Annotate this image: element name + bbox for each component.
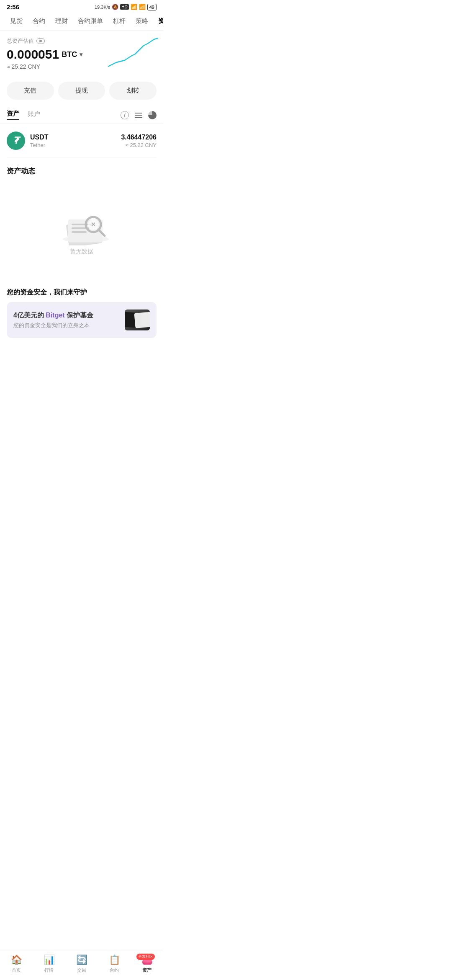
asset-header: 总资产估值 0.000051 BTC ▾ ≈ 25.22 CNY bbox=[0, 31, 163, 77]
withdraw-button[interactable]: 提现 bbox=[58, 82, 105, 100]
fund-card-image bbox=[125, 309, 150, 330]
nav-tab-copy[interactable]: 合约跟单 bbox=[73, 15, 108, 27]
btc-unit: BTC bbox=[62, 50, 77, 59]
status-bar: 2:56 19.3K/s 🔕 HD 📶 📶 49 bbox=[0, 0, 163, 12]
fund-brand: Bitget bbox=[46, 312, 64, 319]
nav-tabs: 见货 合约 理财 合约跟单 杠杆 策略 资金 bbox=[0, 12, 163, 31]
chart-area bbox=[108, 37, 158, 71]
usdt-logo: ₮ bbox=[7, 132, 25, 150]
battery-icon: 49 bbox=[147, 4, 157, 10]
info-icon[interactable]: i bbox=[121, 111, 129, 119]
usdt-value: 3.46447206 ≈ 25.22 CNY bbox=[121, 134, 157, 148]
hd-badge: HD bbox=[120, 4, 128, 10]
eye-icon[interactable] bbox=[36, 38, 45, 44]
svg-text:✕: ✕ bbox=[91, 221, 96, 228]
tab-assets[interactable]: 资产 bbox=[7, 110, 19, 120]
nav-tab-fund[interactable]: 资金 bbox=[153, 15, 163, 27]
list-view-icon[interactable] bbox=[135, 113, 142, 118]
mute-icon: 🔕 bbox=[112, 4, 118, 10]
empty-state: ✕ 暂无数据 bbox=[7, 183, 157, 276]
usdt-fullname: Tether bbox=[30, 142, 121, 148]
network-speed: 19.3K/s bbox=[95, 5, 110, 10]
caret-down-icon[interactable]: ▾ bbox=[80, 51, 82, 58]
action-buttons: 充值 提现 划转 bbox=[0, 77, 163, 106]
usdt-cny: ≈ 25.22 CNY bbox=[121, 142, 157, 148]
security-title: 您的资金安全，我们来守护 bbox=[7, 288, 157, 297]
wifi-icon: 📶 bbox=[139, 4, 146, 10]
fund-subtitle: 您的资金安全是我们的立身之本 bbox=[13, 322, 93, 329]
empty-text: 暂无数据 bbox=[70, 248, 93, 255]
nav-tab-strategy[interactable]: 策略 bbox=[131, 15, 153, 27]
usdt-amount: 3.46447206 bbox=[121, 134, 157, 141]
status-time: 2:56 bbox=[7, 3, 19, 10]
nav-tab-futures[interactable]: 合约 bbox=[28, 15, 50, 27]
security-card-text: 4亿美元的 Bitget 保护基金 您的资金安全是我们的立身之本 bbox=[13, 311, 93, 329]
fund-amount: 4亿美元的 bbox=[13, 312, 46, 319]
nav-tab-spot[interactable]: 见货 bbox=[5, 15, 28, 27]
fund-title: 4亿美元的 Bitget 保护基金 bbox=[13, 311, 93, 320]
empty-illustration: ✕ bbox=[56, 199, 107, 241]
dynamics-title: 资产动态 bbox=[7, 166, 157, 176]
signal-icon: 📶 bbox=[131, 4, 137, 10]
btc-value: 0.000051 bbox=[7, 47, 59, 62]
svg-rect-5 bbox=[72, 231, 87, 233]
tab-account[interactable]: 账户 bbox=[28, 110, 40, 120]
transfer-button[interactable]: 划转 bbox=[109, 82, 157, 100]
asset-list: ₮ USDT Tether 3.46447206 ≈ 25.22 CNY bbox=[0, 124, 163, 158]
nav-tab-leverage[interactable]: 杠杆 bbox=[108, 15, 131, 27]
asset-item-usdt[interactable]: ₮ USDT Tether 3.46447206 ≈ 25.22 CNY bbox=[7, 124, 157, 158]
usdt-info: USDT Tether bbox=[30, 134, 121, 148]
asset-dynamics: 资产动态 ✕ 暂无数据 bbox=[0, 158, 163, 280]
nav-tab-earn[interactable]: 理财 bbox=[50, 15, 73, 27]
asset-tabs: 资产 账户 i bbox=[0, 106, 163, 124]
pie-view-icon[interactable] bbox=[148, 111, 157, 119]
security-card[interactable]: 4亿美元的 Bitget 保护基金 您的资金安全是我们的立身之本 bbox=[7, 302, 157, 338]
usdt-symbol: USDT bbox=[30, 134, 121, 141]
fund-name: 保护基金 bbox=[67, 312, 93, 319]
deposit-button[interactable]: 充值 bbox=[7, 82, 54, 100]
asset-tab-icons: i bbox=[121, 111, 157, 119]
security-section: 您的资金安全，我们来守护 4亿美元的 Bitget 保护基金 您的资金安全是我们… bbox=[0, 280, 163, 343]
tether-icon: ₮ bbox=[7, 132, 25, 150]
status-right: 19.3K/s 🔕 HD 📶 📶 49 bbox=[95, 4, 157, 10]
